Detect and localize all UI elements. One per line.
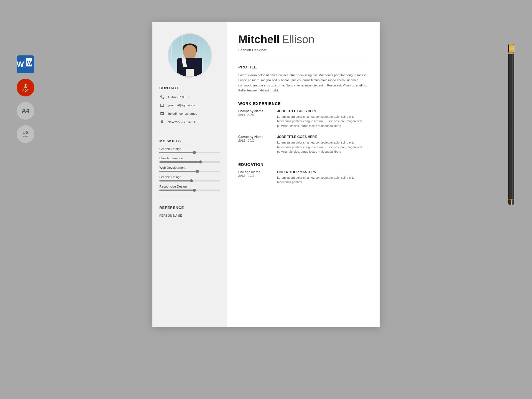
edu-dates-1: 2012 - 2013 [238,174,272,177]
skills-title: MY SKILLS [159,139,220,143]
edu-left-1: College Name 2012 - 2013 [238,170,272,185]
skill-name-1: Graphic Design [159,147,220,150]
education-section-title: EDUCATION [238,162,369,167]
skill-item-2: User Experience [159,157,220,163]
profile-photo [168,33,212,78]
work-entry-1: Company Name 2016- 2018 JOBE TITLE GOES … [238,109,369,128]
reference-title: REFERENCE [159,206,220,210]
profile-section: PROFILE Lorem ipsum dolor sit amet, cons… [238,65,369,93]
divider-2 [159,200,220,200]
skill-item-3: Web Development [159,166,220,172]
skill-name-4: Graphic Design [159,175,220,179]
skill-dot-2 [199,160,202,163]
phone-icon [159,94,165,100]
edu-entry-1: College Name 2012 - 2013 ENTER YOUR MAST… [238,170,369,185]
skill-fill-1 [159,152,193,153]
skill-item-5: Responsive Design [159,185,220,191]
us-label: US [22,131,29,135]
skill-name-3: Web Development [159,166,220,169]
name-last: Ellison [282,33,314,45]
skill-bar-2 [159,161,220,163]
skill-bar-4 [159,180,220,181]
contact-linkedin-item: linkedin.com/s.james [159,111,220,116]
right-divider [238,58,369,58]
contact-title: CONTACT [159,86,220,90]
skill-dot-1 [193,151,196,154]
linkedin-text: linkedin.com/s.james [168,112,197,115]
us-icon[interactable]: US letter [17,125,34,143]
pen-shape [508,44,514,205]
work-left-1: Company Name 2016- 2018 [238,109,272,128]
skill-bar-5 [159,190,220,191]
edu-degree-title-1: ENTER YOUR MASTERS [277,170,369,174]
divider-1 [159,133,220,133]
svg-text:W: W [27,60,33,66]
work-description-2: Lorem ipsum dolor sit amet, consectetuer… [277,140,369,154]
contact-location-item: NewYork – G142 D12 [159,119,220,125]
reference-section: REFERENCE PERSON NAME [159,206,220,217]
skill-fill-3 [159,171,196,172]
work-section-title: WORK EXPERIENCE [238,101,369,106]
a4-icon[interactable]: A4 [17,102,34,120]
skill-name-5: Responsive Design [159,185,220,188]
edu-right-1: ENTER YOUR MASTERS Lorem ipsum dolor sit… [277,170,369,185]
skill-dot-4 [190,179,193,182]
skills-section: MY SKILLS Graphic Design User Experience… [159,139,220,194]
edu-college-1: College Name [238,170,272,174]
resume-left-panel: CONTACT 123-4567 8951 yourmail@gmail.com [152,22,227,327]
job-title: Fashion Designer [238,48,369,52]
skill-bar-3 [159,171,220,172]
work-left-2: Company Name 2012 - 2013 [238,135,272,154]
word-icon[interactable]: W [17,55,34,73]
location-text: NewYork – G142 D12 [168,120,198,124]
skill-bar-1 [159,152,220,153]
resume-right-panel: MitchellEllison Fashion Designer PROFILE… [227,22,380,327]
email-icon [159,103,165,108]
contact-phone-item: 123-4567 8951 [159,94,220,100]
skill-name-2: User Experience [159,157,220,160]
svg-rect-5 [160,112,164,115]
profile-section-title: PROFILE [238,65,369,69]
contact-section: CONTACT 123-4567 8951 yourmail@gmail.com [159,86,220,127]
edu-description-1: Lorem ipsum dolor sit amet, consectetuer… [277,175,369,185]
education-section: EDUCATION College Name 2012 - 2013 ENTER… [238,162,369,185]
work-company-2: Company Name [238,135,272,139]
person-illustration [168,34,211,77]
a4-label: A4 [22,108,29,114]
skill-item-4: Graphic Design [159,175,220,181]
email-text[interactable]: yourmail@gmail.com [168,104,198,107]
location-icon [159,119,165,125]
work-company-1: Company Name [238,109,272,113]
work-job-title-2: JOBE TITLE GOES HERE [277,135,369,139]
skill-fill-2 [159,161,199,163]
work-job-title-1: JOBE TITLE GOES HERE [277,109,369,113]
skill-item-1: Graphic Design [159,147,220,153]
pen-decoration [506,44,517,211]
skill-dot-3 [196,170,199,173]
work-experience-section: WORK EXPERIENCE Company Name 2016- 2018 … [238,101,369,154]
profile-text: Lorem ipsum dolor sit amet, consectetuer… [238,73,369,93]
work-entry-2: Company Name 2012 - 2013 JOBE TITLE GOES… [238,135,369,154]
phone-text: 123-4567 8951 [168,95,189,99]
pdf-icon[interactable]: ⊕PDF [17,79,34,96]
skill-dot-5 [193,189,196,192]
work-right-1: JOBE TITLE GOES HERE Lorem ipsum dolor s… [277,109,369,128]
skill-fill-5 [159,190,193,191]
work-dates-1: 2016- 2018 [238,113,272,116]
linkedin-icon [159,111,165,116]
name-first: Mitchell [238,33,280,45]
work-description-1: Lorem ipsum dolor sit amet, consectetuer… [277,114,369,128]
work-right-2: JOBE TITLE GOES HERE Lorem ipsum dolor s… [277,135,369,154]
name-block: MitchellEllison [238,33,369,46]
resume-card: CONTACT 123-4567 8951 yourmail@gmail.com [152,22,380,327]
left-icons-panel: W ⊕PDF A4 US letter [17,55,34,143]
us-sublabel: letter [23,135,28,138]
reference-person-label: PERSON NAME [159,214,220,217]
work-dates-2: 2012 - 2013 [238,139,272,142]
skill-fill-4 [159,180,190,181]
contact-email-item: yourmail@gmail.com [159,103,220,108]
